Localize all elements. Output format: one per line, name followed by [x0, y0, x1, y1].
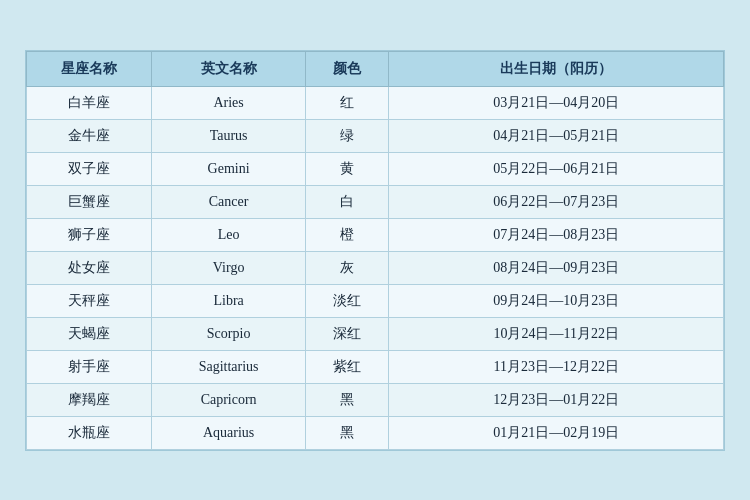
cell-date: 05月22日—06月21日 [389, 152, 724, 185]
cell-chinese: 摩羯座 [27, 383, 152, 416]
cell-english: Cancer [152, 185, 305, 218]
cell-chinese: 白羊座 [27, 86, 152, 119]
cell-color: 绿 [305, 119, 389, 152]
cell-english: Libra [152, 284, 305, 317]
cell-english: Aquarius [152, 416, 305, 449]
cell-color: 深红 [305, 317, 389, 350]
cell-color: 灰 [305, 251, 389, 284]
cell-color: 橙 [305, 218, 389, 251]
cell-english: Aries [152, 86, 305, 119]
cell-color: 紫红 [305, 350, 389, 383]
table-row: 水瓶座Aquarius黑01月21日—02月19日 [27, 416, 724, 449]
cell-date: 07月24日—08月23日 [389, 218, 724, 251]
cell-date: 03月21日—04月20日 [389, 86, 724, 119]
cell-chinese: 天秤座 [27, 284, 152, 317]
cell-english: Gemini [152, 152, 305, 185]
table-row: 摩羯座Capricorn黑12月23日—01月22日 [27, 383, 724, 416]
cell-color: 红 [305, 86, 389, 119]
cell-english: Capricorn [152, 383, 305, 416]
header-chinese: 星座名称 [27, 51, 152, 86]
cell-english: Virgo [152, 251, 305, 284]
cell-date: 04月21日—05月21日 [389, 119, 724, 152]
cell-english: Sagittarius [152, 350, 305, 383]
cell-date: 08月24日—09月23日 [389, 251, 724, 284]
cell-color: 黑 [305, 416, 389, 449]
cell-chinese: 水瓶座 [27, 416, 152, 449]
cell-date: 01月21日—02月19日 [389, 416, 724, 449]
table-row: 处女座Virgo灰08月24日—09月23日 [27, 251, 724, 284]
table-row: 天秤座Libra淡红09月24日—10月23日 [27, 284, 724, 317]
cell-date: 12月23日—01月22日 [389, 383, 724, 416]
cell-color: 白 [305, 185, 389, 218]
header-english: 英文名称 [152, 51, 305, 86]
table-row: 金牛座Taurus绿04月21日—05月21日 [27, 119, 724, 152]
table-row: 天蝎座Scorpio深红10月24日—11月22日 [27, 317, 724, 350]
table-row: 狮子座Leo橙07月24日—08月23日 [27, 218, 724, 251]
cell-english: Leo [152, 218, 305, 251]
cell-chinese: 射手座 [27, 350, 152, 383]
cell-chinese: 处女座 [27, 251, 152, 284]
cell-date: 11月23日—12月22日 [389, 350, 724, 383]
header-date: 出生日期（阳历） [389, 51, 724, 86]
cell-date: 09月24日—10月23日 [389, 284, 724, 317]
cell-color: 黄 [305, 152, 389, 185]
cell-date: 06月22日—07月23日 [389, 185, 724, 218]
cell-chinese: 狮子座 [27, 218, 152, 251]
zodiac-table-container: 星座名称 英文名称 颜色 出生日期（阳历） 白羊座Aries红03月21日—04… [25, 50, 725, 451]
table-row: 白羊座Aries红03月21日—04月20日 [27, 86, 724, 119]
cell-chinese: 天蝎座 [27, 317, 152, 350]
cell-english: Scorpio [152, 317, 305, 350]
table-row: 巨蟹座Cancer白06月22日—07月23日 [27, 185, 724, 218]
zodiac-table: 星座名称 英文名称 颜色 出生日期（阳历） 白羊座Aries红03月21日—04… [26, 51, 724, 450]
cell-color: 黑 [305, 383, 389, 416]
cell-color: 淡红 [305, 284, 389, 317]
table-header-row: 星座名称 英文名称 颜色 出生日期（阳历） [27, 51, 724, 86]
header-color: 颜色 [305, 51, 389, 86]
cell-english: Taurus [152, 119, 305, 152]
cell-date: 10月24日—11月22日 [389, 317, 724, 350]
table-row: 双子座Gemini黄05月22日—06月21日 [27, 152, 724, 185]
cell-chinese: 双子座 [27, 152, 152, 185]
table-row: 射手座Sagittarius紫红11月23日—12月22日 [27, 350, 724, 383]
cell-chinese: 金牛座 [27, 119, 152, 152]
cell-chinese: 巨蟹座 [27, 185, 152, 218]
